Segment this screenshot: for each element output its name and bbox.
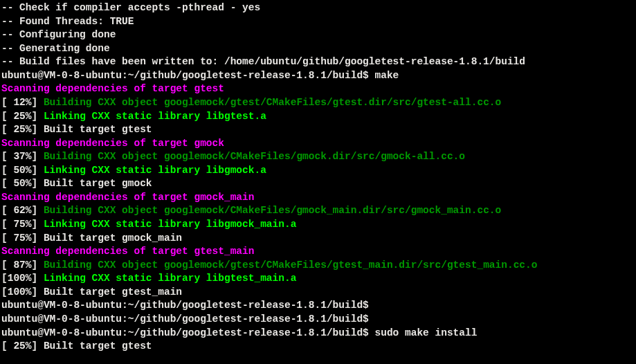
terminal-segment: [ 75%] <box>1 219 44 230</box>
terminal-segment: [100%] <box>1 273 44 284</box>
terminal-segment: [ 25%] Built target gtest <box>1 340 152 352</box>
terminal-segment: ubuntu@VM-0-8-ubuntu:~/github/googletest… <box>1 327 477 338</box>
terminal-segment: [100%] Built target gtest_main <box>1 286 182 298</box>
terminal-line: [ 87%] Building CXX object googlemock/gt… <box>1 259 635 273</box>
terminal-segment: [ 25%] <box>1 111 44 122</box>
terminal-line: [ 50%] Built target gmock <box>1 177 635 191</box>
terminal-segment: [ 25%] Built target gtest <box>1 124 152 135</box>
terminal-line: ubuntu@VM-0-8-ubuntu:~/github/googletest… <box>1 327 635 340</box>
terminal-segment: -- Build files have been written to: /ho… <box>1 56 525 67</box>
terminal-line: [ 25%] Linking CXX static library libgte… <box>1 110 635 124</box>
terminal-segment: [ 62%] <box>1 205 44 216</box>
terminal-segment: -- Found Threads: TRUE <box>1 16 134 27</box>
terminal-segment: [ 12%] <box>1 97 44 108</box>
terminal-segment: Scanning dependencies of target gmock <box>1 138 224 149</box>
terminal-line: Scanning dependencies of target gmock_ma… <box>1 191 635 205</box>
terminal-line: Scanning dependencies of target gmock <box>1 137 635 151</box>
terminal-segment: Building CXX object googlemock/gtest/CMa… <box>44 260 538 271</box>
terminal-segment: ubuntu@VM-0-8-ubuntu:~/github/googletest… <box>1 313 369 325</box>
terminal-line: Scanning dependencies of target gtest_ma… <box>1 245 635 259</box>
terminal-segment: [ 50%] <box>1 165 44 176</box>
terminal-line: -- Build files have been written to: /ho… <box>1 55 635 69</box>
terminal-segment: [ 87%] <box>1 260 44 271</box>
terminal-line: [100%] Linking CXX static library libgte… <box>1 272 635 286</box>
terminal-segment: [ 37%] <box>1 151 44 162</box>
terminal-line: ubuntu@VM-0-8-ubuntu:~/github/googletest… <box>1 69 635 83</box>
terminal-line: [ 37%] Building CXX object googlemock/CM… <box>1 150 635 164</box>
terminal-segment: -- Configuring done <box>1 29 116 40</box>
terminal-segment: Scanning dependencies of target gtest <box>1 83 224 94</box>
terminal-line: -- Generating done <box>1 42 635 56</box>
terminal-output[interactable]: -- Check if compiler accepts -pthread - … <box>1 1 635 354</box>
terminal-line: -- Check if compiler accepts -pthread - … <box>1 1 635 15</box>
terminal-segment: Linking CXX static library libgtest_main… <box>44 273 296 284</box>
terminal-segment: -- Generating done <box>1 43 110 54</box>
terminal-line: [ 75%] Built target gmock_main <box>1 232 635 246</box>
terminal-line: [100%] Built target gtest_main <box>1 286 635 300</box>
terminal-line: [ 25%] Built target gtest <box>1 340 635 354</box>
terminal-line: Scanning dependencies of target gtest <box>1 82 635 96</box>
terminal-segment: [ 75%] Built target gmock_main <box>1 233 182 244</box>
terminal-segment: Building CXX object googlemock/CMakeFile… <box>44 151 465 162</box>
terminal-segment: [ 50%] Built target gmock <box>1 178 152 189</box>
terminal-segment: Building CXX object googlemock/gtest/CMa… <box>44 97 501 108</box>
terminal-segment: ubuntu@VM-0-8-ubuntu:~/github/googletest… <box>1 300 369 311</box>
terminal-segment: Scanning dependencies of target gtest_ma… <box>1 246 254 257</box>
terminal-line: [ 12%] Building CXX object googlemock/gt… <box>1 96 635 110</box>
terminal-segment: -- Check if compiler accepts -pthread - … <box>1 2 260 13</box>
terminal-line: -- Configuring done <box>1 28 635 42</box>
terminal-segment: Building CXX object googlemock/CMakeFile… <box>44 205 501 216</box>
terminal-line: [ 50%] Linking CXX static library libgmo… <box>1 164 635 178</box>
terminal-line: -- Found Threads: TRUE <box>1 15 635 29</box>
terminal-line: ubuntu@VM-0-8-ubuntu:~/github/googletest… <box>1 299 635 313</box>
terminal-segment: Linking CXX static library libgtest.a <box>44 111 266 122</box>
terminal-segment: Linking CXX static library libgmock_main… <box>44 219 296 230</box>
terminal-segment: ubuntu@VM-0-8-ubuntu:~/github/googletest… <box>1 70 399 81</box>
terminal-line: [ 25%] Built target gtest <box>1 123 635 137</box>
terminal-segment: Linking CXX static library libgmock.a <box>44 165 266 176</box>
terminal-line: [ 62%] Building CXX object googlemock/CM… <box>1 204 635 218</box>
terminal-line: ubuntu@VM-0-8-ubuntu:~/github/googletest… <box>1 313 635 327</box>
terminal-segment: Scanning dependencies of target gmock_ma… <box>1 192 254 203</box>
terminal-line: [ 75%] Linking CXX static library libgmo… <box>1 218 635 232</box>
